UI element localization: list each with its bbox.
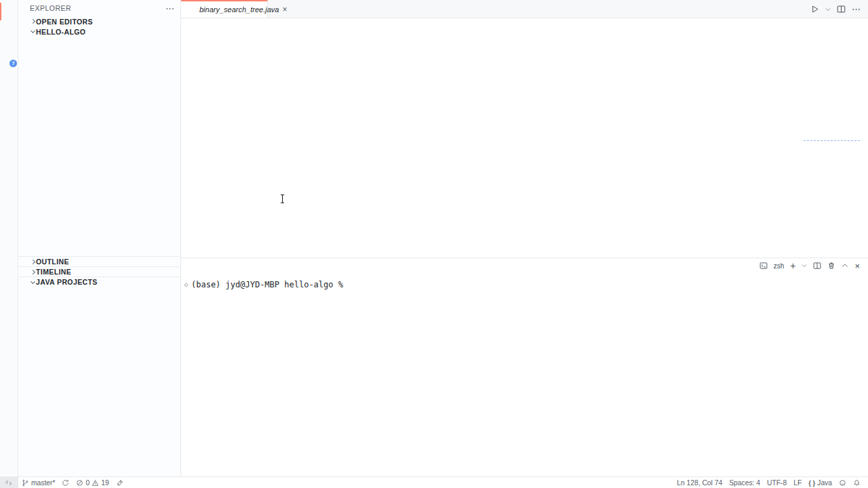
split-editor-button[interactable] (837, 5, 846, 14)
activity-item-run-debug[interactable] (0, 69, 18, 92)
warnings-icon (92, 479, 99, 487)
problems-status[interactable]: 0 19 (73, 477, 112, 488)
section-outline[interactable]: OUTLINE (18, 256, 180, 266)
code-editor[interactable] (181, 27, 804, 258)
run-dropdown-icon[interactable] (825, 7, 831, 12)
prompt-indicator-icon (184, 283, 188, 287)
sync-icon (62, 479, 69, 487)
explorer-sidebar: EXPLORER ⋯ OPEN EDITORS HELLO-ALGO OUTLI… (18, 0, 181, 476)
editor-more-actions-icon[interactable]: ⋯ (852, 4, 861, 14)
feedback-smiley-icon (839, 479, 846, 487)
breadcrumb (181, 18, 868, 27)
accounts-icon (3, 436, 15, 448)
notifications-button[interactable] (850, 477, 864, 488)
activity-item-explorer[interactable] (0, 0, 18, 23)
editor-group: binary_search_tree.java × ⋯ (181, 0, 868, 258)
maximize-panel-button[interactable] (842, 262, 848, 269)
search-icon (3, 29, 15, 41)
explorer-icon (3, 6, 15, 18)
shell-selector[interactable]: zsh (774, 262, 785, 270)
tab-label: binary_search_tree.java (199, 5, 279, 14)
rocket-icon (116, 479, 123, 487)
section-java-projects[interactable]: JAVA PROJECTS (18, 277, 180, 287)
overview-ruler (860, 27, 868, 258)
language-mode[interactable]: { } Java (805, 477, 835, 488)
terminal-prompt: (base) jyd@JYD-MBP hello-algo % (191, 280, 343, 289)
section-open-editors[interactable]: OPEN EDITORS (18, 16, 180, 26)
activity-item-notebook[interactable] (0, 115, 18, 138)
minimap-current-line (804, 140, 860, 141)
run-debug-icon (3, 75, 15, 87)
section-timeline[interactable]: TIMELINE (18, 266, 180, 277)
status-bar: master* 0 19 Ln 128, Col 74 Spaces: 4 UT… (0, 476, 868, 488)
java-file-icon (187, 5, 196, 14)
settings-icon (3, 460, 15, 471)
git-branch-status[interactable]: master* (18, 477, 58, 488)
sync-status[interactable] (58, 477, 73, 488)
activity-item-search[interactable] (0, 23, 18, 46)
cursor-position[interactable]: Ln 128, Col 74 (673, 477, 726, 488)
kill-terminal-button[interactable] (827, 262, 835, 270)
errors-icon (76, 479, 83, 487)
bell-icon (853, 479, 861, 487)
indentation[interactable]: Spaces: 4 (726, 477, 764, 488)
java-server-status[interactable] (113, 477, 127, 488)
remote-indicator[interactable] (0, 477, 18, 488)
eol-sequence[interactable]: LF (790, 477, 805, 488)
mouse-ibeam-cursor (280, 195, 285, 203)
scm-badge: 7 (9, 60, 17, 67)
terminal-dropdown-icon[interactable] (802, 263, 807, 268)
editor-actions: ⋯ (810, 0, 861, 18)
tab-close-icon[interactable]: × (282, 5, 287, 14)
more-actions-icon[interactable]: ⋯ (165, 3, 175, 14)
warnings-count: 19 (101, 479, 108, 487)
tab-binary-search-tree[interactable]: binary_search_tree.java × (181, 0, 268, 18)
activity-item-extensions[interactable] (0, 92, 18, 115)
minimap[interactable] (804, 27, 860, 258)
activity-item-accounts[interactable] (0, 430, 18, 453)
braces-icon: { } (808, 479, 815, 487)
remote-icon (5, 479, 13, 487)
errors-count: 0 (85, 479, 90, 487)
branch-icon (22, 479, 29, 487)
activity-item-source-control[interactable]: 7 (0, 46, 18, 69)
editor-tab-bar: binary_search_tree.java × (181, 0, 868, 18)
close-panel-button[interactable]: × (854, 261, 860, 271)
activity-bar: 7 (0, 0, 18, 476)
extensions-icon (3, 98, 15, 110)
activity-item-settings[interactable] (0, 453, 18, 476)
new-terminal-button[interactable]: + (790, 260, 795, 271)
run-java-button[interactable] (810, 5, 819, 14)
terminal-icon (760, 262, 768, 270)
section-root-folder[interactable]: HELLO-ALGO (18, 26, 180, 37)
encoding[interactable]: UTF-8 (764, 477, 790, 488)
terminal-output[interactable]: (base) jyd@JYD-MBP hello-algo % (192, 280, 343, 289)
sidebar-header: EXPLORER ⋯ (18, 0, 180, 16)
bottom-panel: zsh + × (base) jyd@JYD-MBP hello-algo % (181, 258, 868, 476)
feedback-button[interactable] (835, 477, 850, 488)
branch-label: master* (31, 479, 55, 487)
panel-actions: zsh + × (760, 258, 860, 273)
notebook-icon (3, 121, 15, 133)
split-terminal-button[interactable] (813, 262, 821, 270)
sidebar-lower-sections: OUTLINE TIMELINE JAVA PROJECTS (18, 256, 180, 287)
sidebar-title: EXPLORER (30, 4, 71, 12)
